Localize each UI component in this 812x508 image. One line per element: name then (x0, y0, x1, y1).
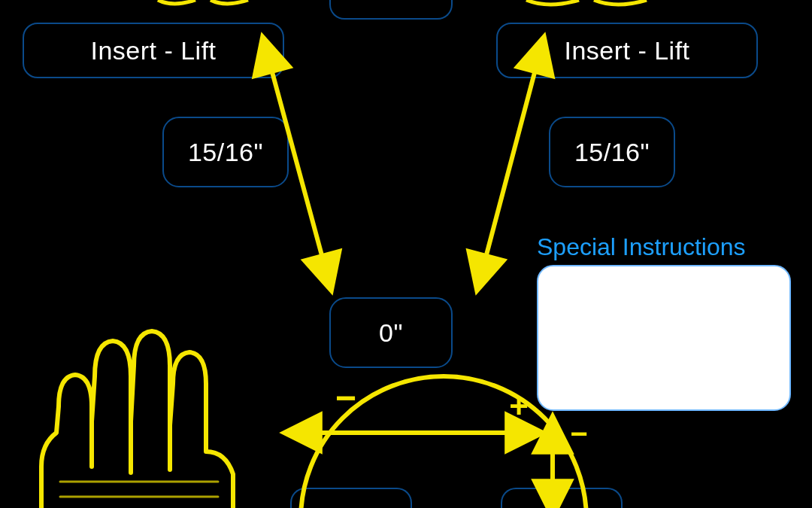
svg-text:−: − (335, 378, 356, 418)
bottom-right-box[interactable] (501, 488, 623, 508)
right-span-value-button[interactable]: 15/16" (549, 117, 675, 187)
svg-text:+: + (509, 388, 529, 424)
bottom-left-box[interactable] (290, 488, 412, 508)
left-insert-lift-button[interactable]: Insert - Lift (23, 23, 284, 78)
center-offset-value: 0" (379, 318, 403, 348)
special-instructions-label: Special Instructions (537, 233, 745, 261)
span-arrow-right-icon (481, 53, 540, 275)
svg-text:−: − (570, 417, 587, 450)
svg-line-1 (481, 53, 540, 275)
right-span-value: 15/16" (574, 138, 650, 167)
right-insert-lift-label: Insert - Lift (564, 36, 689, 65)
top-hole-hint-right (526, 0, 647, 5)
top-hole-hint-left (158, 0, 248, 4)
right-insert-lift-button[interactable]: Insert - Lift (496, 23, 758, 78)
center-offset-value-button[interactable]: 0" (329, 297, 453, 368)
hand-icon (41, 331, 233, 508)
left-span-value-button[interactable]: 15/16" (162, 117, 289, 187)
special-instructions-textarea[interactable] (537, 265, 791, 411)
left-insert-lift-label: Insert - Lift (90, 36, 216, 65)
top-center-box[interactable] (329, 0, 453, 20)
left-span-value: 15/16" (188, 138, 263, 167)
